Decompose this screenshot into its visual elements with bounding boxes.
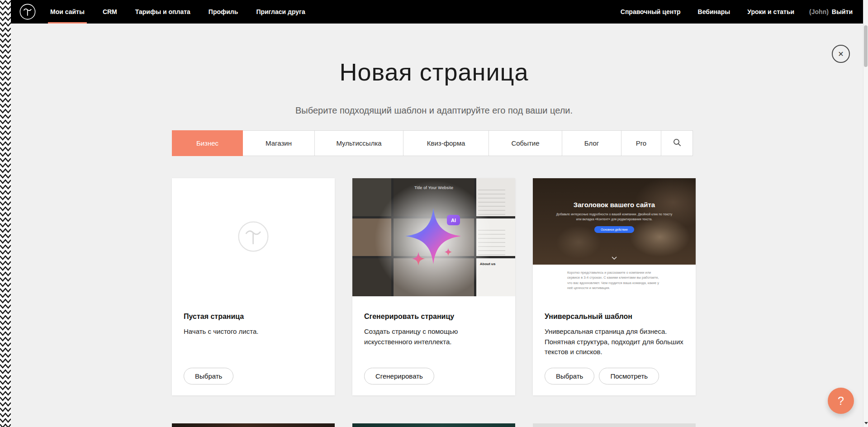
card-blank-page: Пустая страница Начать с чистого листа. … xyxy=(172,178,335,395)
choose-blank-button[interactable]: Выбрать xyxy=(184,368,233,384)
page-title: Новая страница xyxy=(0,58,868,86)
collage-tile xyxy=(476,178,515,216)
tab-shop[interactable]: Магазин xyxy=(242,130,315,156)
help-button[interactable]: ? xyxy=(828,388,854,414)
nav-invite-friend[interactable]: Пригласи друга xyxy=(254,0,307,24)
card-preview-partial xyxy=(533,423,696,427)
tab-multilink[interactable]: Мультиссылка xyxy=(314,130,403,156)
card-actions: Выбрать Посмотреть xyxy=(545,368,659,384)
nav-my-sites[interactable]: Мои сайты xyxy=(48,0,87,24)
scrollbar-down-arrow[interactable] xyxy=(863,420,868,426)
tab-quiz-form[interactable]: Квиз-форма xyxy=(403,130,489,156)
card-actions: Выбрать xyxy=(184,368,233,384)
card-description: Универсальная страница для бизнеса. Поня… xyxy=(545,327,684,357)
nav-lessons[interactable]: Уроки и статьи xyxy=(745,0,797,24)
collage-tile xyxy=(352,178,391,216)
card-title: Сгенерировать страницу xyxy=(364,313,503,321)
logout-link[interactable]: Выйти xyxy=(832,8,853,15)
ai-generate-preview: Title of Your Website About us xyxy=(352,178,515,296)
template-hero-subtext: Добавьте интересные подробности о вашей … xyxy=(555,212,674,222)
ai-sparkle-tiny-icon xyxy=(444,248,452,256)
nav-crm[interactable]: CRM xyxy=(100,0,119,24)
secondary-nav: Справочный центр Вебинары Уроки и статьи… xyxy=(618,0,853,24)
nav-help-center[interactable]: Справочный центр xyxy=(618,0,683,24)
tab-pro[interactable]: Pro xyxy=(621,130,661,156)
close-modal-button[interactable]: ✕ xyxy=(832,45,850,63)
collage-tile xyxy=(476,218,515,256)
collage-tile xyxy=(352,258,391,296)
user-name: (John) xyxy=(809,8,829,15)
tilda-watermark-icon xyxy=(237,220,270,255)
card-preview-partial xyxy=(352,423,515,427)
tab-event[interactable]: Событие xyxy=(489,130,562,156)
template-cards-row-2 xyxy=(172,423,696,427)
template-text-section: Коротко представьтесь и расскажите о ком… xyxy=(533,265,696,296)
nav-tariffs[interactable]: Тарифы и оплата xyxy=(133,0,193,24)
template-cards-grid: Пустая страница Начать с чистого листа. … xyxy=(172,178,696,395)
zigzag-pattern-strip xyxy=(0,0,11,427)
tab-blog[interactable]: Блог xyxy=(562,130,621,156)
top-navigation-bar: Мои сайты CRM Тарифы и оплата Профиль Пр… xyxy=(0,0,868,24)
main-nav: Мои сайты CRM Тарифы и оплата Профиль Пр… xyxy=(48,0,308,24)
nav-webinars[interactable]: Вебинары xyxy=(696,0,733,24)
universal-template-preview: Заголовок вашего сайта Добавьте интересн… xyxy=(533,178,696,296)
template-hero-section: Заголовок вашего сайта Добавьте интересн… xyxy=(533,178,696,265)
view-template-button[interactable]: Посмотреть xyxy=(599,368,659,384)
ai-sparkle-small-icon xyxy=(412,252,425,266)
collage-tile-about: About us xyxy=(476,258,515,296)
tab-search[interactable] xyxy=(661,130,693,156)
card-description: Начать с чистого листа. xyxy=(184,327,323,337)
template-hero-heading: Заголовок вашего сайта xyxy=(533,178,696,209)
card-preview-partial xyxy=(172,423,335,427)
card-actions: Сгенерировать xyxy=(364,368,434,384)
page-subtitle: Выберите подходящий шаблон и адаптируйте… xyxy=(0,105,868,116)
choose-template-button[interactable]: Выбрать xyxy=(545,368,594,384)
chevron-down-icon xyxy=(612,254,617,262)
template-cta-button: Основное действие xyxy=(594,226,634,233)
question-mark-icon: ? xyxy=(838,394,844,408)
ai-badge: AI xyxy=(447,215,460,225)
nav-profile[interactable]: Профиль xyxy=(206,0,241,24)
scrollbar-thumb[interactable] xyxy=(864,25,868,67)
card-title: Пустая страница xyxy=(184,313,323,321)
tilda-logo-icon[interactable] xyxy=(19,3,36,20)
user-block: (John) Выйти xyxy=(809,8,853,15)
collage-tile xyxy=(352,218,391,256)
search-icon xyxy=(673,138,681,148)
card-universal-template: Заголовок вашего сайта Добавьте интересн… xyxy=(533,178,696,395)
template-body-text: Коротко представьтесь и расскажите о ком… xyxy=(567,270,661,290)
generate-button[interactable]: Сгенерировать xyxy=(364,368,434,384)
card-title: Универсальный шаблон xyxy=(545,313,684,321)
close-icon: ✕ xyxy=(838,50,844,58)
blank-page-preview xyxy=(172,178,335,296)
tilda-app: Мои сайты CRM Тарифы и оплата Профиль Пр… xyxy=(0,0,868,427)
scrollbar[interactable] xyxy=(863,0,868,427)
template-category-tabs: Бизнес Магазин Мультиссылка Квиз-форма С… xyxy=(172,130,696,156)
card-ai-generate: Title of Your Website About us xyxy=(352,178,515,395)
card-description: Создать страницу с помощью искусственног… xyxy=(364,327,503,347)
tab-business[interactable]: Бизнес xyxy=(172,130,243,156)
